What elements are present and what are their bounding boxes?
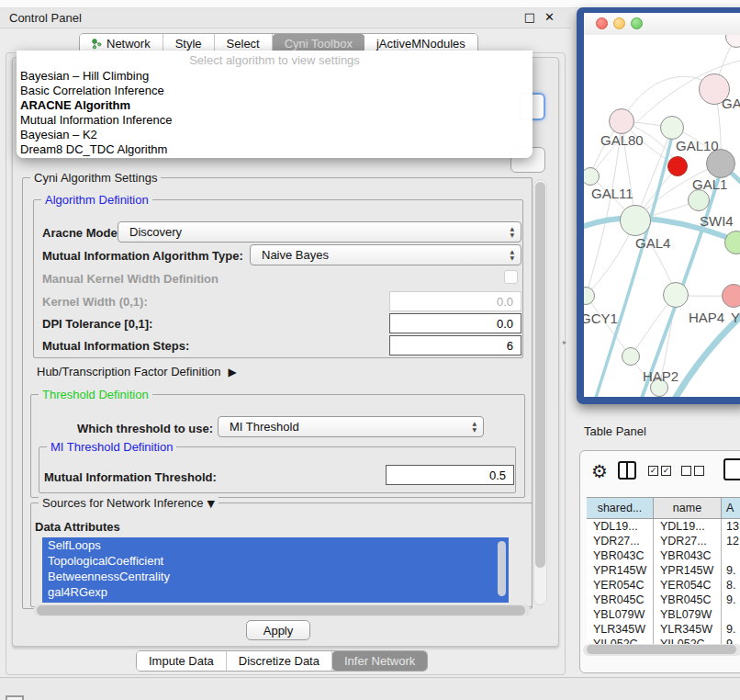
tab-label: Infer Network bbox=[344, 654, 415, 668]
group-title: Sources for Network Inference bbox=[42, 496, 204, 510]
node-label: GAL80 bbox=[600, 132, 644, 148]
scrollbar-thumb[interactable] bbox=[587, 645, 736, 654]
network-node-gal10[interactable] bbox=[660, 116, 684, 140]
document-icon[interactable] bbox=[723, 458, 740, 480]
mi-threshold-field[interactable]: 0.5 bbox=[386, 465, 514, 485]
network-node-selected-red[interactable] bbox=[667, 156, 688, 176]
node-label: GCY1 bbox=[584, 310, 618, 326]
network-node-gal1[interactable] bbox=[688, 189, 710, 211]
mi-steps-field[interactable]: 6 bbox=[389, 335, 521, 356]
minimize-traffic-light[interactable] bbox=[613, 17, 625, 29]
mi-steps-label: Mutual Information Steps: bbox=[42, 339, 189, 353]
column-header-shared-name[interactable]: shared... bbox=[587, 498, 654, 518]
network-canvas[interactable]: GAL GAL80 GAL10 GAL11 GAL1 SWI4 GAL4 GCY… bbox=[584, 35, 740, 397]
which-threshold-label: Which threshold to use: bbox=[77, 422, 213, 435]
table-toolbar: ⚙ ✓ ✓ bbox=[580, 458, 740, 486]
control-panel-titlebar: Control Panel □ ✕ bbox=[0, 8, 571, 28]
tab-label: Discretize Data bbox=[239, 654, 320, 668]
gear-icon[interactable]: ⚙ bbox=[591, 460, 608, 482]
node-label: GAL1 bbox=[692, 176, 727, 192]
attribute-item-selected[interactable]: gal4RGexp bbox=[42, 584, 509, 600]
scrollbar-thumb[interactable] bbox=[535, 182, 545, 568]
node-label: GAL11 bbox=[591, 186, 633, 201]
table-row[interactable]: YER054CYER054C8. bbox=[587, 578, 740, 593]
column-header-name[interactable]: name bbox=[654, 498, 722, 518]
network-node-hap4[interactable] bbox=[663, 282, 689, 308]
table-row[interactable]: YDL19...YDL19...13 bbox=[587, 519, 740, 534]
zoom-traffic-light[interactable] bbox=[631, 17, 643, 29]
tab-impute-data[interactable]: Impute Data bbox=[137, 651, 227, 671]
algorithm-item[interactable]: Mutual Information Inference bbox=[18, 113, 529, 128]
node-label: GAL4 bbox=[635, 235, 670, 251]
select-all-checks-icon[interactable]: ✓ ✓ bbox=[648, 466, 671, 476]
settings-horizontal-scrollbar[interactable] bbox=[33, 604, 531, 616]
float-icon[interactable]: □ bbox=[524, 10, 535, 24]
combo-value: Naive Bayes bbox=[262, 248, 329, 262]
deselect-all-checks-icon[interactable] bbox=[681, 466, 704, 476]
checked-box-icon: ✓ bbox=[661, 466, 671, 476]
network-view-window[interactable]: GAL GAL80 GAL10 GAL11 GAL1 SWI4 GAL4 GCY… bbox=[577, 7, 740, 404]
algorithm-item-selected[interactable]: ARACNE Algorithm bbox=[18, 98, 529, 113]
manual-kernel-label: Manual Kernel Width Definition bbox=[42, 272, 219, 286]
table-row[interactable]: YBL079WYBL079W bbox=[587, 607, 740, 622]
mi-type-label: Mutual Information Algorithm Type: bbox=[42, 249, 243, 263]
dpi-tolerance-label: DPI Tolerance [0,1]: bbox=[42, 317, 152, 331]
combo-value: MI Threshold bbox=[230, 420, 299, 434]
table-row[interactable]: YDR27...YDR27...12 bbox=[587, 534, 740, 548]
mi-type-combo[interactable]: Naive Bayes ▲▼ bbox=[250, 244, 521, 265]
group-title: MI Threshold Definition bbox=[47, 440, 176, 454]
algorithm-list: Bayesian – Hill Climbing Basic Correlati… bbox=[18, 69, 529, 157]
close-icon[interactable]: ✕ bbox=[544, 10, 555, 24]
settings-vertical-scrollbar[interactable] bbox=[533, 179, 547, 605]
unchecked-box-icon bbox=[681, 466, 691, 476]
network-node-gal4[interactable] bbox=[620, 205, 651, 236]
bottom-tabstrip: Impute Data Discretize Data Infer Networ… bbox=[136, 650, 428, 672]
close-traffic-light[interactable] bbox=[596, 17, 608, 29]
table-row[interactable]: YBR043CYBR043C bbox=[587, 548, 740, 563]
table-panel-title: Table Panel bbox=[584, 424, 646, 438]
attribute-item-selected[interactable]: BetweennessCentrality bbox=[42, 569, 509, 584]
sources-group-title[interactable]: Sources for Network Inference▼ bbox=[39, 496, 219, 510]
hub-definition-toggle[interactable]: Hub/Transcription Factor Definition▶ bbox=[37, 365, 237, 378]
attribute-item-selected[interactable]: TopologicalCoefficient bbox=[42, 553, 509, 569]
tab-discretize-data[interactable]: Discretize Data bbox=[227, 651, 332, 671]
panel-collapse-arrow[interactable]: ▸ bbox=[563, 338, 566, 346]
tab-label: Network bbox=[107, 37, 151, 51]
list-scrollbar-thumb[interactable] bbox=[498, 541, 506, 596]
table-horizontal-scrollbar[interactable] bbox=[583, 644, 740, 656]
network-node-hap2[interactable] bbox=[622, 347, 640, 366]
algorithm-item[interactable]: Bayesian – Hill Climbing bbox=[18, 69, 529, 84]
algorithm-item[interactable]: Dream8 DC_TDC Algorithm bbox=[18, 142, 529, 157]
algorithm-item[interactable]: Bayesian – K2 bbox=[18, 128, 529, 142]
columns-icon[interactable] bbox=[618, 461, 636, 480]
tab-label: Cyni Toolbox bbox=[285, 37, 353, 51]
table-panel-card: ⚙ ✓ ✓ shared... name A YDL19...YDL19...1… bbox=[579, 450, 740, 673]
network-node-gal80[interactable] bbox=[609, 108, 634, 134]
kernel-width-field[interactable]: 0.0 bbox=[389, 291, 521, 311]
aracne-mode-combo[interactable]: Discovery ▲▼ bbox=[118, 221, 521, 243]
manual-kernel-checkbox[interactable] bbox=[504, 270, 518, 284]
scrollbar-thumb[interactable] bbox=[37, 605, 525, 615]
network-node-pink[interactable] bbox=[722, 284, 740, 308]
table-row[interactable]: YPR145WYPR145W9. bbox=[587, 563, 740, 578]
node-label: GAL10 bbox=[676, 138, 719, 153]
tab-infer-network[interactable]: Infer Network bbox=[332, 651, 427, 671]
which-threshold-combo[interactable]: MI Threshold ▲▼ bbox=[218, 416, 484, 437]
collapsed-panel-icon[interactable] bbox=[6, 695, 24, 700]
attribute-item-selected[interactable]: SelfLoops bbox=[42, 537, 509, 553]
network-window-titlebar[interactable] bbox=[584, 13, 740, 36]
column-header-avg[interactable]: A bbox=[722, 498, 740, 518]
data-attributes-label: Data Attributes bbox=[35, 520, 120, 534]
screen: Control Panel □ ✕ Network Style Select C… bbox=[0, 0, 740, 700]
collapse-arrow-icon: ▼ bbox=[207, 498, 215, 510]
unchecked-box-icon bbox=[694, 466, 704, 476]
table-header-row: shared... name A bbox=[587, 497, 740, 519]
group-title: Threshold Definition bbox=[39, 388, 152, 401]
dpi-tolerance-field[interactable]: 0.0 bbox=[389, 313, 521, 333]
bottom-strip bbox=[0, 677, 740, 700]
table-row[interactable]: YBR045CYBR045C9. bbox=[587, 593, 740, 607]
table-row[interactable]: YLR345WYLR345W9. bbox=[587, 622, 740, 637]
combo-value: Discovery bbox=[129, 225, 182, 239]
apply-button[interactable]: Apply bbox=[246, 620, 310, 640]
algorithm-item[interactable]: Basic Correlation Inference bbox=[18, 84, 529, 98]
